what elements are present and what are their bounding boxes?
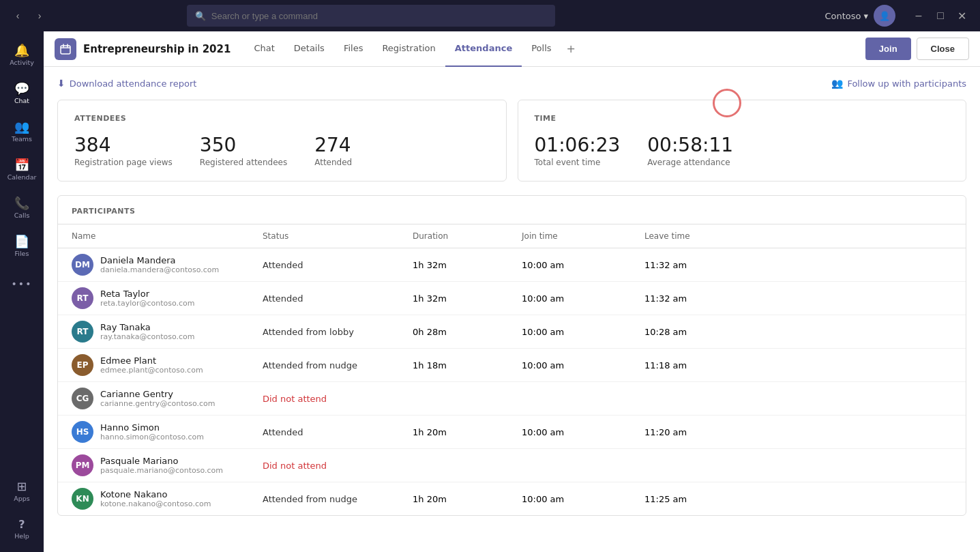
search-input[interactable] [211,11,547,21]
apps-icon: ⊞ [16,479,27,493]
forward-button[interactable]: › [30,6,49,25]
table-row[interactable]: DM Daniela Mandera daniela.mandera@conto… [58,248,966,282]
participant-name: Reta Taylor [100,289,195,299]
download-label: Download attendance report [70,78,197,89]
maximize-button[interactable]: □ [931,6,950,25]
stat-registered-attendees-number: 350 [200,134,287,156]
follow-up-icon: 👥 [831,78,843,89]
table-row[interactable]: KN Kotone Nakano kotone.nakano@contoso.c… [58,482,966,515]
sidebar: 🔔 Activity 💬 Chat 👥 Teams 📅 Calendar 📞 C… [0,31,44,552]
participant-status: Attended [263,427,413,437]
sidebar-item-apps[interactable]: ⊞ Apps [4,473,40,508]
participant-email: daniela.mandera@contoso.com [100,265,219,274]
sidebar-item-help[interactable]: ? Help [4,511,40,547]
table-row[interactable]: CG Carianne Gentry carianne.gentry@conto… [58,382,966,416]
tab-registration[interactable]: Registration [372,31,445,67]
stat-registration-views-label: Registration page views [74,158,173,167]
follow-up-participants[interactable]: 👥 Follow up with participants [831,78,966,89]
participant-email: carianne.gentry@contoso.com [100,399,215,408]
participant-status: Attended [263,260,413,270]
sidebar-item-files[interactable]: 📄 Files [4,228,40,263]
participant-email: hanno.simon@contoso.com [100,433,204,441]
participant-cell-5: HS Hanno Simon hanno.simon@contoso.com [72,421,263,443]
avatar: RT [72,287,93,309]
minimize-button[interactable]: – [909,6,928,25]
participant-status: Attended from nudge [263,494,413,504]
sidebar-item-label-files: Files [15,250,29,257]
participant-cell-2: RT Ray Tanaka ray.tanaka@contoso.com [72,321,263,343]
table-row[interactable]: RT Reta Taylor reta.taylor@contoso.com A… [58,282,966,315]
top-actions: ⬇ Download attendance report 👥 Follow up… [57,78,966,89]
tab-polls[interactable]: Polls [522,31,561,67]
sidebar-item-calls[interactable]: 📞 Calls [4,190,40,225]
avatar[interactable]: 👤 [874,5,895,27]
tab-chat[interactable]: Chat [244,31,284,67]
help-icon: ? [18,518,25,531]
participant-name: Pasquale Mariano [100,456,223,466]
sidebar-item-calendar[interactable]: 📅 Calendar [4,151,40,187]
stat-attended-number: 274 [314,134,352,156]
participant-name: Carianne Gentry [100,389,215,399]
participant-duration: 1h 32m [413,260,522,270]
back-button[interactable]: ‹ [8,6,27,25]
sidebar-item-teams[interactable]: 👥 Teams [4,113,40,149]
stats-row: ATTENDEES 384 Registration page views 35… [57,100,966,181]
table-row[interactable]: HS Hanno Simon hanno.simon@contoso.com A… [58,416,966,449]
participant-status: Attended from nudge [263,360,413,371]
avatar: CG [72,388,93,409]
participant-info-4: Carianne Gentry carianne.gentry@contoso.… [100,389,215,408]
meeting-title: Entrepreneurship in 2021 [83,43,231,55]
table-row[interactable]: EP Edmee Plant edmee.plant@contoso.com A… [58,349,966,382]
stat-attended: 274 Attended [314,134,352,167]
col-duration: Duration [413,231,522,241]
stat-registration-views: 384 Registration page views [74,134,173,167]
participant-leave-time: 11:25 am [644,494,754,504]
participant-join-time: 10:00 am [522,494,644,504]
participants-title: PARTICIPANTS [58,207,966,224]
tab-details[interactable]: Details [284,31,334,67]
col-name: Name [72,231,263,241]
table-row[interactable]: PM Pasquale Mariano pasquale.mariano@con… [58,449,966,482]
tab-files[interactable]: Files [334,31,373,67]
join-button[interactable]: Join [865,38,911,60]
participant-join-time: 10:00 am [522,327,644,337]
avatar: KN [72,488,93,510]
stat-total-event-time-number: 01:06:23 [535,134,621,156]
download-icon: ⬇ [57,78,65,89]
main-content: Entrepreneurship in 2021 Chat Details Fi… [44,31,980,552]
tab-add-button[interactable]: + [561,42,581,55]
participants-card: PARTICIPANTS Name Status Duration Join t… [57,195,966,516]
participant-cell-3: EP Edmee Plant edmee.plant@contoso.com [72,354,263,376]
participant-duration: 1h 20m [413,494,522,504]
sidebar-item-label-apps: Apps [14,495,30,502]
close-button[interactable]: ✕ [953,6,972,25]
participant-info-0: Daniela Mandera daniela.mandera@contoso.… [100,255,219,274]
avatar: DM [72,254,93,276]
meeting-tabs: Chat Details Files Registration Attendan… [244,31,865,67]
participant-duration: 1h 18m [413,360,522,371]
stat-total-event-time-label: Total event time [535,158,621,167]
account-selector[interactable]: Contoso ▾ [825,11,868,21]
tab-attendance[interactable]: Attendance [445,31,522,67]
search-icon: 🔍 [195,11,206,21]
avatar: HS [72,421,93,443]
meeting-header: Entrepreneurship in 2021 Chat Details Fi… [44,31,980,67]
sidebar-item-label-calendar: Calendar [8,173,37,181]
sidebar-item-activity[interactable]: 🔔 Activity [4,37,40,72]
close-meeting-button[interactable]: Close [917,38,969,60]
search-bar[interactable]: 🔍 [187,5,555,27]
participant-info-7: Kotone Nakano kotone.nakano@contoso.com [100,489,211,508]
avatar: RT [72,321,93,343]
account-name: Contoso [825,11,861,21]
attendees-stats: 384 Registration page views 350 Register… [74,134,490,167]
attendees-title: ATTENDEES [74,114,490,123]
sidebar-item-chat[interactable]: 💬 Chat [4,75,40,111]
table-row[interactable]: RT Ray Tanaka ray.tanaka@contoso.com Att… [58,315,966,349]
participant-name: Edmee Plant [100,355,203,366]
download-attendance-link[interactable]: ⬇ Download attendance report [57,78,196,89]
participant-info-1: Reta Taylor reta.taylor@contoso.com [100,289,195,308]
participant-name: Ray Tanaka [100,322,194,332]
sidebar-item-more[interactable]: ••• [4,266,40,302]
col-join-time: Join time [522,231,644,241]
participant-name: Daniela Mandera [100,255,219,265]
